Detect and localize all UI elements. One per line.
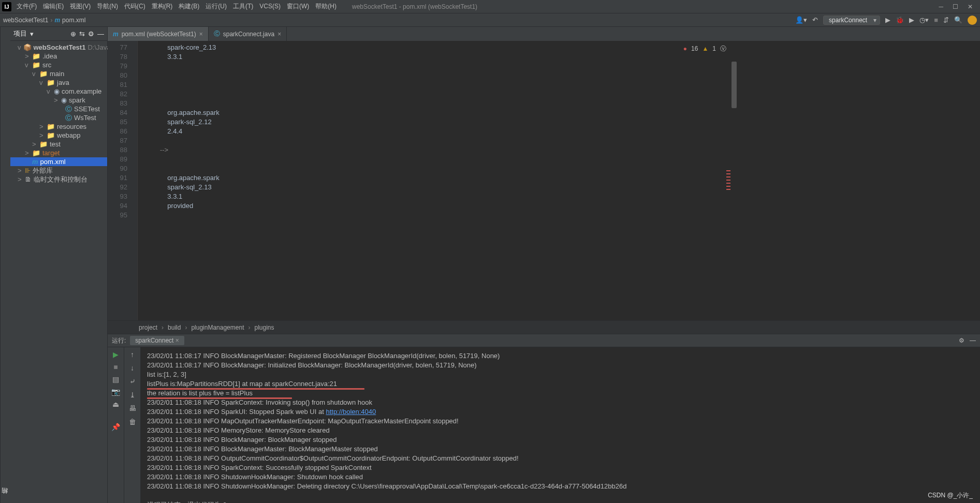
project-root[interactable]: webSocketTest1 — [34, 43, 86, 51]
rerun-icon[interactable]: ▶ — [113, 350, 119, 359]
breadcrumb-file[interactable]: pom.xml — [62, 17, 85, 24]
menu-item[interactable]: 重构(R) — [149, 2, 176, 11]
project-tool-label[interactable]: 项目 — [13, 29, 27, 38]
run-icon[interactable]: ▶ — [885, 16, 890, 24]
print-icon[interactable]: 🖶 — [129, 404, 136, 412]
breadcrumb-seg[interactable]: pluginManagement — [191, 324, 244, 331]
fold-gutter[interactable] — [131, 41, 138, 320]
run-config-dropdown[interactable]: sparkConnect — [823, 16, 880, 25]
minimize-icon[interactable]: ─ — [939, 3, 943, 10]
select-opened-icon[interactable]: ⊕ — [70, 30, 76, 38]
hide-icon[interactable]: — — [970, 337, 976, 344]
console-output[interactable]: 23/02/01 11:08:17 INFO BlockManagerMaste… — [141, 347, 980, 503]
left-tool-rail[interactable]: 结构 — [0, 27, 10, 503]
user-icon[interactable]: 👤▾ — [795, 16, 807, 24]
editor[interactable]: ●16 ▲1 ⓥ spark-core_2.13 3.3.1 org.apach… — [138, 41, 732, 320]
profiler-icon[interactable]: ◷▾ — [919, 16, 929, 24]
watermark: CSDN @_小许_ — [928, 491, 973, 500]
git-icon[interactable]: ⇵ — [943, 16, 949, 24]
snapshot-icon[interactable]: 📷 — [111, 388, 120, 396]
editor-tab[interactable]: ⒸsparkConnect.java× — [209, 27, 287, 41]
run-tool-left2: ↑ ↓ ⤶ ⤓ 🖶 🗑 — [124, 347, 141, 503]
breadcrumb-seg[interactable]: plugins — [254, 324, 274, 331]
wrap-icon[interactable]: ⤶ — [129, 377, 136, 386]
tree-item[interactable]: v◉ com.example — [10, 87, 107, 96]
search-icon[interactable]: 🔍 — [954, 16, 962, 24]
scrollbar-thumb[interactable] — [732, 62, 737, 108]
tree-item[interactable]: v📁 java — [10, 78, 107, 87]
tree-item[interactable]: >◉ spark — [10, 96, 107, 105]
run-tab[interactable]: sparkConnect × — [130, 336, 184, 345]
breadcrumb-root[interactable]: webSocketTest1 — [3, 17, 48, 24]
layout-icon[interactable]: ▤ — [112, 375, 119, 383]
expand-icon[interactable]: ⇆ — [79, 30, 85, 38]
menu-item[interactable]: 构建(B) — [175, 2, 202, 11]
tree-item[interactable]: >⊪ 外部库 — [10, 166, 107, 175]
tree-item[interactable]: >🗎 临时文件和控制台 — [10, 175, 107, 184]
maximize-icon[interactable]: ☐ — [953, 3, 958, 10]
exit-icon[interactable]: ⏏ — [112, 400, 119, 408]
tree-item[interactable]: v📁 src — [10, 61, 107, 69]
avatar[interactable] — [968, 16, 977, 25]
breadcrumb-seg[interactable]: project — [139, 324, 157, 331]
menu-item[interactable]: 文件(F) — [13, 2, 40, 11]
tree-item[interactable]: >📁 target — [10, 149, 107, 157]
gear-icon[interactable]: ⚙ — [959, 337, 964, 344]
stop-icon[interactable]: ■ — [113, 363, 118, 371]
editor-gutter: 77787980818283848586878889909192939495 — [108, 41, 131, 320]
tree-item[interactable]: >📁 resources — [10, 122, 107, 131]
tree-item[interactable]: >📁 webapp — [10, 131, 107, 140]
coverage-icon[interactable]: ▶ — [909, 16, 914, 24]
tree-item[interactable]: Ⓒ SSETest — [10, 105, 107, 113]
pin-icon[interactable]: 📌 — [111, 423, 120, 431]
editor-breadcrumbs[interactable]: project›build›pluginManagement›plugins — [108, 320, 980, 334]
nav-bar: webSocketTest1 › m pom.xml 👤▾ ↶ sparkCon… — [0, 13, 980, 27]
tree-item[interactable]: >📁 test — [10, 140, 107, 149]
gear-icon[interactable]: ⚙ — [88, 30, 94, 38]
back-icon[interactable]: ↶ — [812, 16, 818, 24]
menu-item[interactable]: 导航(N) — [94, 2, 121, 11]
stop-icon[interactable]: ■ — [934, 16, 938, 24]
editor-right-pane — [732, 41, 980, 320]
menu-item[interactable]: 窗口(W) — [284, 2, 312, 11]
error-stripe[interactable] — [726, 41, 730, 320]
close-tab-icon[interactable]: × — [199, 31, 203, 38]
project-tool-header: 项目 ▾ ⊕ ⇆ ⚙ — — [10, 27, 107, 41]
tree-item[interactable]: Ⓒ WsTest — [10, 113, 107, 122]
tree-item[interactable]: m pom.xml — [10, 157, 107, 166]
up-icon[interactable]: ↑ — [130, 350, 134, 359]
breadcrumb-seg[interactable]: build — [168, 324, 181, 331]
scroll-icon[interactable]: ⤓ — [129, 391, 136, 399]
editor-tab[interactable]: mpom.xml (webSocketTest1)× — [108, 27, 209, 41]
debug-icon[interactable]: 🐞 — [896, 16, 904, 24]
tree-item[interactable]: >📁 .idea — [10, 52, 107, 61]
run-label: 运行: — [112, 336, 126, 345]
project-tree[interactable]: v📦 webSocketTest1 D:\Java\IdeaProjects >… — [10, 41, 107, 186]
menu-bar: IJ 文件(F)编辑(E)视图(V)导航(N)代码(C)重构(R)构建(B)运行… — [0, 0, 980, 13]
tree-item[interactable]: v📁 main — [10, 69, 107, 78]
menu-item[interactable]: 代码(C) — [121, 2, 149, 11]
down-icon[interactable]: ↓ — [130, 364, 134, 372]
run-tool-left: ▶ ■ ▤ 📷 ⏏ 📌 — [108, 347, 124, 503]
menu-item[interactable]: 工具(T) — [230, 2, 256, 11]
run-tool-header: 运行: sparkConnect × ⚙— — [108, 334, 980, 347]
hide-icon[interactable]: — — [97, 30, 104, 38]
menu-item[interactable]: 运行(U) — [202, 2, 230, 11]
menu-item[interactable]: 帮助(H) — [312, 2, 340, 11]
menu-item[interactable]: VCS(S) — [256, 2, 284, 11]
app-logo-icon: IJ — [2, 2, 11, 11]
close-tab-icon[interactable]: × — [277, 31, 281, 38]
menu-item[interactable]: 编辑(E) — [40, 2, 67, 11]
clear-icon[interactable]: 🗑 — [129, 418, 136, 426]
menu-item[interactable]: 视图(V) — [67, 2, 94, 11]
close-icon[interactable]: ✕ — [968, 3, 973, 10]
inspection-widget[interactable]: ●16 ▲1 ⓥ — [683, 44, 726, 53]
window-title: webSocketTest1 - pom.xml (webSocketTest1… — [352, 3, 477, 10]
maven-icon: m — [54, 17, 60, 24]
editor-tabs: mpom.xml (webSocketTest1)×ⒸsparkConnect.… — [108, 27, 980, 41]
